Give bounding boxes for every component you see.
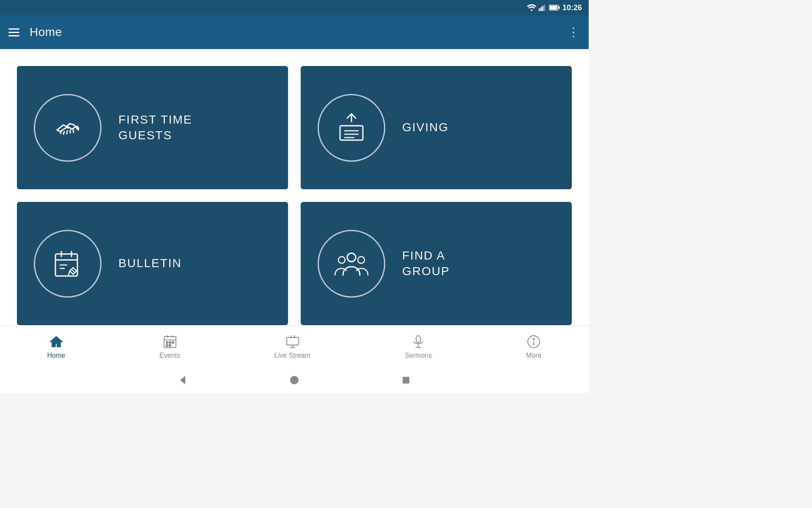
signal-icon — [539, 4, 546, 11]
find-a-group-label: FIND AGROUP — [402, 248, 450, 279]
svg-rect-31 — [172, 342, 174, 343]
svg-rect-33 — [169, 345, 171, 346]
bulletin-card[interactable]: BULLETIN — [17, 202, 288, 325]
more-nav-icon — [526, 334, 541, 349]
svg-point-47 — [533, 338, 535, 340]
svg-point-24 — [358, 257, 365, 263]
recents-button[interactable] — [398, 372, 414, 389]
bulletin-icon-circle — [34, 230, 102, 298]
more-vert-button[interactable]: ⋮ — [568, 26, 580, 38]
main-content: FIRST TIMEGUESTS GIVING — [0, 49, 589, 325]
system-nav-bar — [0, 367, 589, 393]
app-bar-title: Home — [30, 25, 62, 39]
svg-rect-2 — [540, 7, 542, 11]
svg-rect-7 — [549, 6, 557, 10]
home-circle-icon — [290, 376, 299, 384]
back-icon — [177, 374, 189, 386]
svg-point-8 — [67, 127, 68, 128]
svg-rect-32 — [166, 345, 168, 346]
giving-label: GIVING — [402, 120, 449, 135]
bulletin-label: BULLETIN — [118, 256, 182, 271]
wifi-icon — [527, 4, 536, 11]
status-time: 10:26 — [562, 3, 582, 12]
nav-home-label: Home — [47, 352, 65, 359]
svg-rect-41 — [416, 336, 420, 342]
svg-rect-29 — [166, 342, 168, 343]
svg-marker-48 — [180, 376, 185, 384]
events-nav-icon — [162, 334, 178, 349]
nav-live-stream-label: Live Stream — [274, 352, 310, 359]
nav-live-stream[interactable]: Live Stream — [262, 330, 323, 364]
find-a-group-icon-circle — [318, 230, 385, 298]
svg-point-22 — [347, 253, 356, 262]
first-time-guests-card[interactable]: FIRST TIMEGUESTS — [17, 66, 288, 189]
handshake-icon — [49, 109, 87, 147]
svg-rect-6 — [558, 6, 560, 9]
hamburger-menu-button[interactable] — [8, 28, 19, 36]
bottom-nav: Home Events Live Stream — [0, 325, 589, 367]
back-button[interactable] — [174, 372, 191, 389]
nav-more[interactable]: More — [513, 330, 554, 364]
svg-rect-3 — [542, 6, 543, 11]
app-bar: Home ⋮ — [0, 15, 589, 49]
nav-sermons-label: Sermons — [405, 352, 432, 359]
svg-line-20 — [71, 269, 75, 273]
status-icons: 10:26 — [527, 3, 582, 12]
home-button[interactable] — [286, 372, 303, 389]
group-icon — [332, 245, 370, 283]
giving-icon-circle — [318, 94, 385, 162]
bulletin-icon — [49, 245, 87, 283]
find-a-group-card[interactable]: FIND AGROUP — [301, 202, 572, 325]
svg-point-0 — [531, 9, 532, 11]
svg-point-23 — [338, 257, 345, 263]
home-nav-icon — [49, 334, 64, 349]
recents-icon — [402, 376, 410, 384]
svg-rect-50 — [403, 377, 409, 384]
app-bar-left: Home — [8, 25, 62, 39]
svg-rect-30 — [169, 342, 171, 343]
battery-icon — [549, 5, 560, 11]
first-time-guests-icon-circle — [34, 94, 102, 162]
giving-icon — [332, 109, 370, 147]
svg-line-21 — [68, 271, 70, 276]
nav-events[interactable]: Events — [147, 330, 193, 364]
first-time-guests-label: FIRST TIMEGUESTS — [118, 112, 192, 143]
svg-rect-4 — [544, 5, 545, 11]
nav-home[interactable]: Home — [34, 330, 78, 364]
svg-rect-34 — [287, 337, 299, 345]
live-stream-nav-icon — [285, 334, 300, 349]
nav-more-label: More — [526, 352, 541, 359]
nav-sermons[interactable]: Sermons — [392, 330, 444, 364]
giving-card[interactable]: GIVING — [301, 66, 572, 189]
sermons-nav-icon — [411, 334, 426, 349]
status-bar: 10:26 — [0, 0, 589, 15]
nav-events-label: Events — [159, 352, 180, 359]
svg-rect-1 — [539, 8, 540, 11]
svg-point-49 — [290, 376, 299, 384]
